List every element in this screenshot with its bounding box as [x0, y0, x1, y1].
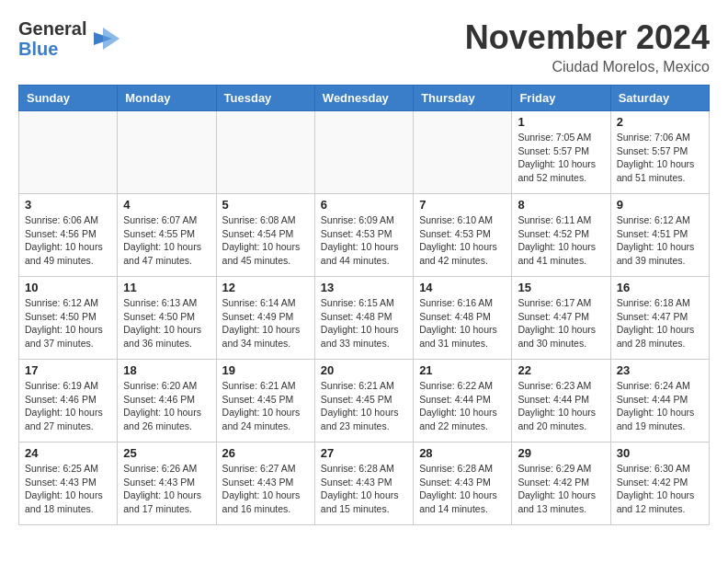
- weekday-header-row: SundayMondayTuesdayWednesdayThursdayFrid…: [19, 86, 710, 111]
- day-info: Sunrise: 6:07 AMSunset: 4:55 PMDaylight:…: [123, 213, 210, 268]
- weekday-header-wednesday: Wednesday: [314, 86, 413, 111]
- calendar-cell: 7Sunrise: 6:10 AMSunset: 4:53 PMDaylight…: [414, 194, 512, 277]
- day-number: 6: [321, 198, 407, 212]
- day-info: Sunrise: 6:28 AMSunset: 4:43 PMDaylight:…: [321, 462, 407, 516]
- week-row-1: 1Sunrise: 7:05 AMSunset: 5:57 PMDaylight…: [19, 111, 710, 194]
- page-header: General Blue November 2024 Ciudad Morelo…: [18, 18, 710, 75]
- calendar-cell: 28Sunrise: 6:28 AMSunset: 4:43 PMDayligh…: [414, 442, 512, 525]
- location-subtitle: Ciudad Morelos, Mexico: [465, 59, 710, 75]
- month-title: November 2024: [465, 18, 710, 57]
- week-row-3: 10Sunrise: 6:12 AMSunset: 4:50 PMDayligh…: [19, 277, 710, 360]
- calendar-cell: [216, 111, 314, 194]
- day-info: Sunrise: 6:13 AMSunset: 4:50 PMDaylight:…: [123, 296, 210, 350]
- day-info: Sunrise: 6:06 AMSunset: 4:56 PMDaylight:…: [25, 213, 111, 268]
- day-info: Sunrise: 6:30 AMSunset: 4:42 PMDaylight:…: [617, 462, 703, 516]
- day-info: Sunrise: 6:18 AMSunset: 4:47 PMDaylight:…: [617, 296, 703, 350]
- day-info: Sunrise: 6:29 AMSunset: 4:42 PMDaylight:…: [518, 462, 604, 516]
- day-info: Sunrise: 6:17 AMSunset: 4:47 PMDaylight:…: [518, 296, 604, 350]
- day-info: Sunrise: 6:21 AMSunset: 4:45 PMDaylight:…: [321, 379, 407, 433]
- day-info: Sunrise: 6:12 AMSunset: 4:51 PMDaylight:…: [617, 213, 703, 268]
- day-number: 30: [617, 446, 703, 460]
- day-number: 26: [222, 446, 309, 460]
- calendar-cell: 1Sunrise: 7:05 AMSunset: 5:57 PMDaylight…: [512, 111, 610, 194]
- day-info: Sunrise: 6:14 AMSunset: 4:49 PMDaylight:…: [222, 296, 309, 350]
- week-row-5: 24Sunrise: 6:25 AMSunset: 4:43 PMDayligh…: [19, 442, 710, 525]
- calendar-cell: 22Sunrise: 6:23 AMSunset: 4:44 PMDayligh…: [512, 360, 610, 442]
- calendar-cell: 19Sunrise: 6:21 AMSunset: 4:45 PMDayligh…: [216, 360, 314, 442]
- day-number: 1: [518, 115, 604, 129]
- calendar-cell: 27Sunrise: 6:28 AMSunset: 4:43 PMDayligh…: [314, 442, 413, 525]
- weekday-header-thursday: Thursday: [414, 86, 512, 111]
- calendar-cell: [118, 111, 216, 194]
- title-block: November 2024 Ciudad Morelos, Mexico: [465, 18, 710, 75]
- day-number: 7: [419, 198, 506, 212]
- day-info: Sunrise: 6:22 AMSunset: 4:44 PMDaylight:…: [419, 379, 506, 433]
- calendar-cell: 23Sunrise: 6:24 AMSunset: 4:44 PMDayligh…: [610, 360, 709, 442]
- day-info: Sunrise: 6:26 AMSunset: 4:43 PMDaylight:…: [123, 462, 210, 516]
- day-number: 25: [123, 446, 210, 460]
- calendar-cell: 12Sunrise: 6:14 AMSunset: 4:49 PMDayligh…: [216, 277, 314, 360]
- day-number: 9: [617, 198, 703, 212]
- day-number: 20: [321, 363, 407, 377]
- calendar-cell: 14Sunrise: 6:16 AMSunset: 4:48 PMDayligh…: [414, 277, 512, 360]
- day-number: 8: [518, 198, 604, 212]
- day-number: 21: [419, 363, 506, 377]
- calendar-cell: 20Sunrise: 6:21 AMSunset: 4:45 PMDayligh…: [314, 360, 413, 442]
- day-info: Sunrise: 6:08 AMSunset: 4:54 PMDaylight:…: [222, 213, 309, 268]
- day-number: 22: [518, 363, 604, 377]
- day-number: 13: [321, 281, 407, 294]
- day-info: Sunrise: 7:05 AMSunset: 5:57 PMDaylight:…: [518, 131, 604, 185]
- day-info: Sunrise: 6:20 AMSunset: 4:46 PMDaylight:…: [123, 379, 210, 433]
- calendar-cell: 24Sunrise: 6:25 AMSunset: 4:43 PMDayligh…: [19, 442, 118, 525]
- day-number: 4: [123, 198, 210, 212]
- calendar-cell: 11Sunrise: 6:13 AMSunset: 4:50 PMDayligh…: [118, 277, 216, 360]
- day-info: Sunrise: 6:23 AMSunset: 4:44 PMDaylight:…: [518, 379, 604, 433]
- calendar-cell: 29Sunrise: 6:29 AMSunset: 4:42 PMDayligh…: [512, 442, 610, 525]
- day-number: 23: [617, 363, 703, 377]
- day-info: Sunrise: 6:27 AMSunset: 4:43 PMDaylight:…: [222, 462, 309, 516]
- day-info: Sunrise: 6:16 AMSunset: 4:48 PMDaylight:…: [419, 296, 506, 350]
- calendar-cell: 3Sunrise: 6:06 AMSunset: 4:56 PMDaylight…: [19, 194, 118, 277]
- calendar-cell: 18Sunrise: 6:20 AMSunset: 4:46 PMDayligh…: [118, 360, 216, 442]
- weekday-header-saturday: Saturday: [610, 86, 709, 111]
- day-number: 2: [617, 115, 703, 129]
- day-info: Sunrise: 6:28 AMSunset: 4:43 PMDaylight:…: [419, 462, 506, 516]
- calendar-cell: [19, 111, 118, 194]
- logo-blue: Blue: [18, 39, 86, 59]
- calendar-cell: 5Sunrise: 6:08 AMSunset: 4:54 PMDaylight…: [216, 194, 314, 277]
- day-info: Sunrise: 6:15 AMSunset: 4:48 PMDaylight:…: [321, 296, 407, 350]
- calendar-cell: 26Sunrise: 6:27 AMSunset: 4:43 PMDayligh…: [216, 442, 314, 525]
- day-info: Sunrise: 6:12 AMSunset: 4:50 PMDaylight:…: [25, 296, 111, 350]
- calendar-cell: 16Sunrise: 6:18 AMSunset: 4:47 PMDayligh…: [610, 277, 709, 360]
- calendar-cell: 2Sunrise: 7:06 AMSunset: 5:57 PMDaylight…: [610, 111, 709, 194]
- day-info: Sunrise: 6:21 AMSunset: 4:45 PMDaylight:…: [222, 379, 309, 433]
- weekday-header-tuesday: Tuesday: [216, 86, 314, 111]
- calendar-cell: 8Sunrise: 6:11 AMSunset: 4:52 PMDaylight…: [512, 194, 610, 277]
- week-row-2: 3Sunrise: 6:06 AMSunset: 4:56 PMDaylight…: [19, 194, 710, 277]
- weekday-header-friday: Friday: [512, 86, 610, 111]
- day-number: 12: [222, 281, 309, 294]
- day-number: 10: [25, 281, 111, 294]
- day-number: 3: [25, 198, 111, 212]
- calendar-cell: 15Sunrise: 6:17 AMSunset: 4:47 PMDayligh…: [512, 277, 610, 360]
- day-number: 29: [518, 446, 604, 460]
- calendar-cell: [414, 111, 512, 194]
- day-info: Sunrise: 6:10 AMSunset: 4:53 PMDaylight:…: [419, 213, 506, 268]
- logo-icon: [94, 25, 121, 52]
- day-number: 19: [222, 363, 309, 377]
- day-number: 14: [419, 281, 506, 294]
- day-number: 27: [321, 446, 407, 460]
- calendar-cell: 25Sunrise: 6:26 AMSunset: 4:43 PMDayligh…: [118, 442, 216, 525]
- day-number: 15: [518, 281, 604, 294]
- day-number: 11: [123, 281, 210, 294]
- calendar-cell: 10Sunrise: 6:12 AMSunset: 4:50 PMDayligh…: [19, 277, 118, 360]
- day-number: 28: [419, 446, 506, 460]
- day-number: 17: [25, 363, 111, 377]
- day-info: Sunrise: 6:25 AMSunset: 4:43 PMDaylight:…: [25, 462, 111, 516]
- calendar-cell: 9Sunrise: 6:12 AMSunset: 4:51 PMDaylight…: [610, 194, 709, 277]
- day-info: Sunrise: 7:06 AMSunset: 5:57 PMDaylight:…: [617, 131, 703, 185]
- calendar-cell: 17Sunrise: 6:19 AMSunset: 4:46 PMDayligh…: [19, 360, 118, 442]
- day-number: 24: [25, 446, 111, 460]
- weekday-header-monday: Monday: [118, 86, 216, 111]
- weekday-header-sunday: Sunday: [19, 86, 118, 111]
